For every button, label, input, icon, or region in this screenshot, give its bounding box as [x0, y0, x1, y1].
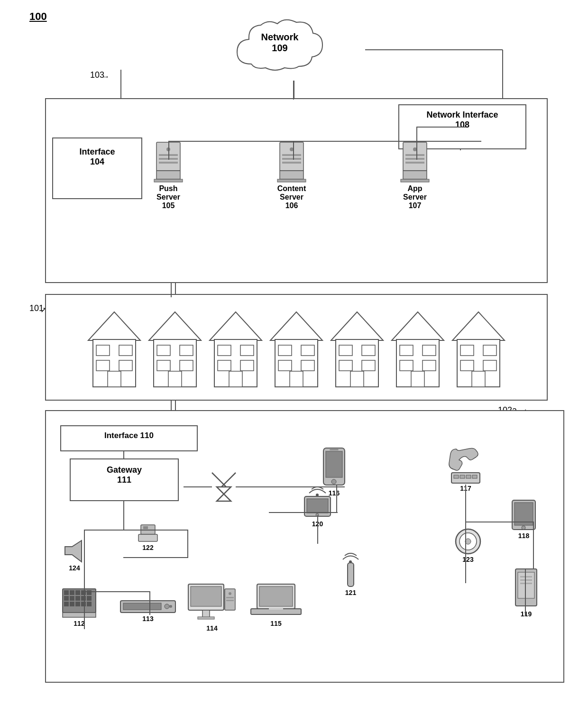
svg-rect-49: [403, 171, 427, 179]
svg-rect-100: [483, 345, 496, 356]
line-120-down: [317, 515, 318, 544]
svg-rect-158: [520, 583, 532, 584]
svg-rect-143: [326, 451, 342, 477]
svg-rect-134: [225, 589, 235, 610]
svg-rect-94: [400, 360, 413, 371]
svg-rect-131: [191, 586, 221, 606]
app-label: App: [407, 184, 422, 192]
house-4: [268, 307, 325, 393]
svg-marker-168: [65, 540, 82, 562]
svg-rect-156: [520, 576, 532, 577]
svg-rect-95: [423, 360, 436, 371]
network-num: 109: [272, 43, 287, 53]
svg-rect-109: [75, 590, 80, 595]
if110-label: Interface 110: [104, 431, 154, 440]
svg-rect-74: [240, 360, 254, 371]
svg-rect-103: [472, 371, 485, 387]
if110-to-gateway-line: [123, 451, 124, 459]
svg-rect-39: [159, 162, 178, 164]
svg-rect-47: [277, 179, 306, 182]
gateway-label: Gateway: [107, 465, 142, 475]
arrow-103: →: [102, 73, 110, 81]
svg-rect-82: [290, 371, 303, 387]
svg-rect-53: [405, 162, 424, 164]
h-line-gateway: [84, 530, 188, 531]
interface-104-box: Interface 104: [52, 137, 142, 199]
diagram-container: 100 Network 109 103 → Network Interface …: [0, 0, 588, 705]
svg-marker-55: [88, 312, 140, 340]
line-to-content: [293, 141, 294, 160]
svg-rect-157: [520, 579, 532, 581]
ref-100: 100: [29, 10, 47, 23]
line-117-h: [465, 522, 534, 522]
device-124: 124: [63, 538, 86, 572]
svg-rect-78: [278, 345, 292, 356]
svg-rect-73: [218, 360, 231, 371]
gateway-box: Gateway 111: [70, 458, 179, 501]
network-label: Network: [261, 32, 299, 42]
svg-rect-58: [119, 345, 132, 356]
to-113-vline: [149, 591, 150, 615]
svg-rect-67: [180, 360, 193, 371]
conn-cloud-serverbox: [293, 81, 294, 100]
svg-rect-85: [339, 345, 352, 356]
svg-rect-48: [403, 142, 427, 171]
app-num: 107: [409, 201, 422, 210]
content-label2: Server: [280, 193, 303, 201]
svg-marker-62: [149, 312, 201, 340]
content-server: Content Server 106: [256, 140, 327, 210]
right-branch-h: [123, 557, 188, 558]
svg-rect-89: [350, 371, 364, 387]
svg-rect-107: [64, 590, 69, 595]
app-label2: Server: [403, 193, 427, 201]
svg-rect-54: [401, 179, 429, 182]
line-to-push: [168, 141, 169, 160]
svg-marker-69: [210, 312, 262, 340]
gateway-down-line: [123, 501, 124, 530]
svg-rect-41: [280, 142, 303, 171]
to-112-line: [84, 591, 85, 629]
svg-rect-141: [269, 608, 283, 610]
gateway-num: 111: [117, 475, 131, 485]
svg-rect-118: [70, 602, 74, 606]
svg-rect-59: [96, 360, 110, 371]
line-app-up: [416, 127, 417, 141]
svg-rect-133: [198, 617, 214, 619]
house-7: [450, 307, 507, 393]
svg-point-153: [522, 526, 525, 530]
svg-rect-42: [280, 171, 303, 179]
svg-rect-108: [70, 590, 74, 595]
svg-rect-92: [400, 345, 413, 356]
svg-marker-97: [452, 312, 505, 340]
svg-rect-80: [278, 360, 292, 371]
if104-num: 104: [90, 157, 104, 166]
home-102a-box: Interface 110 Gateway 111: [45, 410, 564, 683]
svg-rect-57: [96, 345, 110, 356]
svg-rect-129: [143, 526, 148, 529]
svg-rect-115: [81, 596, 86, 601]
svg-rect-139: [259, 586, 293, 606]
device-112: 112: [60, 586, 98, 627]
to-113-hline: [84, 591, 150, 592]
svg-rect-71: [218, 345, 231, 356]
svg-rect-61: [108, 371, 121, 387]
svg-rect-68: [168, 371, 182, 387]
ni-label: Network Interface: [426, 110, 498, 119]
svg-rect-99: [460, 345, 474, 356]
svg-rect-44: [282, 154, 301, 156]
svg-rect-112: [64, 596, 69, 601]
svg-rect-124: [123, 603, 161, 610]
svg-rect-122: [63, 613, 96, 617]
svg-rect-66: [157, 360, 170, 371]
content-num: 106: [285, 201, 298, 210]
svg-rect-102: [483, 360, 496, 371]
svg-rect-120: [81, 602, 86, 606]
svg-rect-72: [240, 345, 254, 356]
svg-rect-148: [460, 475, 465, 478]
svg-rect-117: [64, 602, 69, 606]
line-to-app: [416, 141, 417, 160]
device-115: 115: [250, 582, 302, 627]
svg-rect-86: [362, 345, 375, 356]
svg-marker-76: [270, 312, 322, 340]
conn-houses-102a: [171, 401, 172, 411]
